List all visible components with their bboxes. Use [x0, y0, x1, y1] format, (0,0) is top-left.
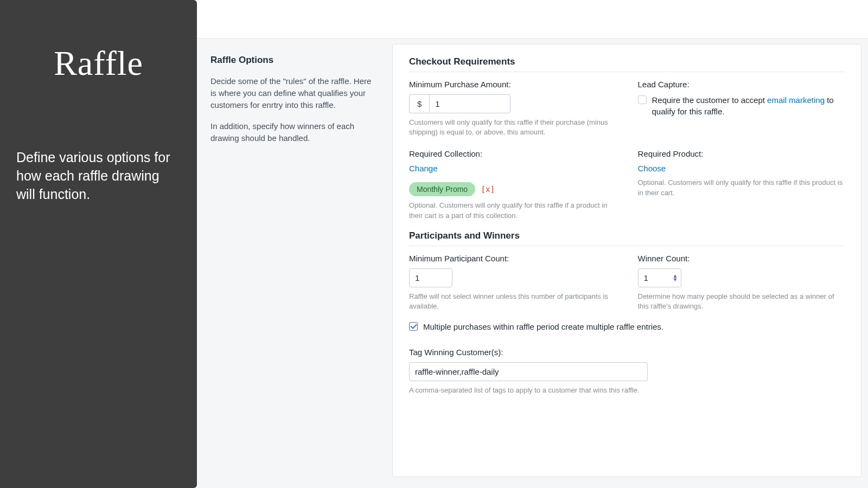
tag-winners-input[interactable]: [409, 362, 648, 381]
min-purchase-help: Customers will only qualify for this raf…: [409, 118, 616, 137]
lead-capture-text: Require the customer to accept email mar…: [652, 94, 845, 117]
settings-card: Checkout Requirements Minimum Purchase A…: [392, 44, 861, 477]
participants-heading: Participants and Winners: [409, 230, 845, 246]
multiple-entries-checkbox[interactable]: [409, 322, 418, 331]
min-purchase-input[interactable]: [429, 94, 510, 113]
winner-count-help: Determine how many people should be sele…: [638, 292, 845, 311]
required-collection-label: Required Collection:: [409, 149, 616, 158]
tag-winners-label: Tag Winning Customer(s):: [409, 348, 845, 357]
multiple-entries-label: Multiple purchases within raffle period …: [423, 321, 663, 332]
choose-product-link[interactable]: Choose: [638, 164, 666, 173]
min-participant-help: Raffle will not select winner unless thi…: [409, 292, 616, 311]
currency-symbol: $: [409, 94, 429, 113]
email-marketing-link[interactable]: email marketing: [767, 95, 825, 105]
change-collection-link[interactable]: Change: [409, 164, 438, 173]
min-participant-input[interactable]: [409, 268, 452, 287]
min-participant-label: Minimum Participant Count:: [409, 254, 616, 263]
section-paragraph-1: Decide some of the "rules" of the raffle…: [210, 75, 379, 111]
section-description-column: Raffle Options Decide some of the "rules…: [197, 38, 392, 488]
winner-count-select[interactable]: [638, 268, 681, 287]
checkout-requirements-heading: Checkout Requirements: [409, 56, 845, 72]
required-product-help: Optional. Customers will only qualify fo…: [638, 178, 845, 197]
section-heading: Raffle Options: [210, 55, 379, 66]
remove-collection-icon[interactable]: [x]: [481, 185, 495, 194]
sidebar-description: Define various options for how each raff…: [16, 149, 181, 203]
sidebar: Raffle Define various options for how ea…: [0, 0, 197, 488]
collection-tag: Monthly Promo: [409, 182, 475, 196]
tag-winners-help: A comma-separated list of tags to apply …: [409, 386, 845, 395]
required-collection-help: Optional. Customers will only qualify fo…: [409, 201, 616, 220]
lead-capture-label: Lead Capture:: [638, 80, 845, 89]
sidebar-title: Raffle: [16, 43, 181, 84]
section-paragraph-2: In addition, specify how winners of each…: [210, 120, 379, 144]
top-spacer: [197, 0, 868, 38]
required-product-label: Required Product:: [638, 149, 845, 158]
winner-count-label: Winner Count:: [638, 254, 845, 263]
lead-capture-checkbox[interactable]: [638, 95, 647, 104]
min-purchase-label: Minimum Purchase Amount:: [409, 80, 616, 89]
